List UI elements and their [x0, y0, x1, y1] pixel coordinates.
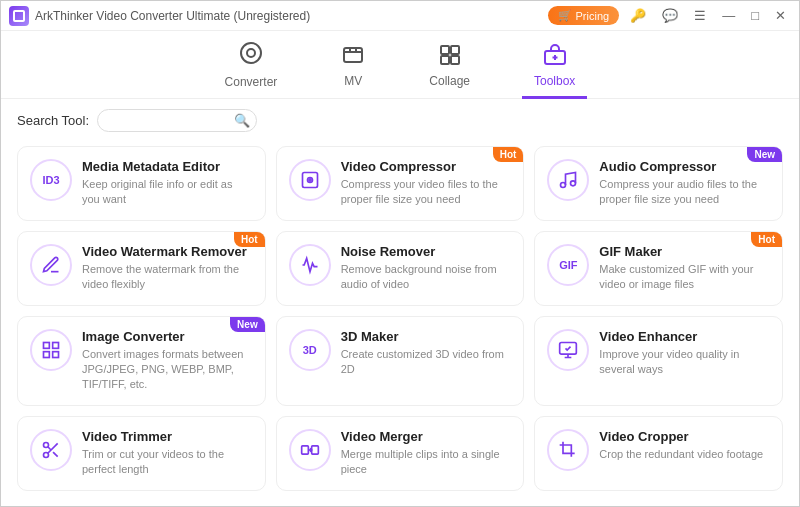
- pricing-label: Pricing: [576, 10, 610, 22]
- tool-info-video-cropper: Video Cropper Crop the redundant video f…: [599, 429, 770, 462]
- tool-title-gif-maker: GIF Maker: [599, 244, 770, 259]
- mv-icon: [341, 43, 365, 70]
- tool-title-video-cropper: Video Cropper: [599, 429, 770, 444]
- tool-icon-video-compressor: [289, 159, 331, 201]
- svg-point-0: [241, 43, 261, 63]
- tool-info-3d-maker: 3D Maker Create customized 3D video from…: [341, 329, 512, 378]
- svg-rect-17: [44, 351, 50, 357]
- tool-desc-video-compressor: Compress your video files to the proper …: [341, 177, 512, 208]
- tool-info-video-watermark-remover: Video Watermark Remover Remove the water…: [82, 244, 253, 293]
- tool-icon-noise-remover: [289, 244, 331, 286]
- tool-card-3d-maker[interactable]: 3D 3D Maker Create customized 3D video f…: [276, 316, 525, 406]
- tool-icon-3d-maker: 3D: [289, 329, 331, 371]
- nav-item-converter[interactable]: Converter: [213, 37, 290, 100]
- svg-line-22: [53, 452, 58, 457]
- svg-line-23: [48, 447, 51, 450]
- collage-label: Collage: [429, 74, 470, 88]
- pricing-button[interactable]: 🛒 Pricing: [548, 6, 620, 25]
- nav-item-mv[interactable]: MV: [329, 39, 377, 99]
- tool-icon-video-enhancer: [547, 329, 589, 371]
- cart-icon: 🛒: [558, 9, 572, 22]
- tool-info-video-enhancer: Video Enhancer Improve your video qualit…: [599, 329, 770, 378]
- svg-point-20: [44, 452, 49, 457]
- title-bar: ArkThinker Video Converter Ultimate (Unr…: [1, 1, 799, 31]
- tool-card-noise-remover[interactable]: Noise Remover Remove background noise fr…: [276, 231, 525, 306]
- tool-card-video-merger[interactable]: Video Merger Merge multiple clips into a…: [276, 416, 525, 491]
- tool-desc-video-enhancer: Improve your video quality in several wa…: [599, 347, 770, 378]
- tool-card-image-converter[interactable]: New Image Converter Convert images forma…: [17, 316, 266, 406]
- tool-title-video-enhancer: Video Enhancer: [599, 329, 770, 344]
- tool-info-audio-compressor: Audio Compressor Compress your audio fil…: [599, 159, 770, 208]
- svg-rect-15: [53, 342, 59, 348]
- tool-desc-video-watermark-remover: Remove the watermark from the video flex…: [82, 262, 253, 293]
- tool-card-video-enhancer[interactable]: Video Enhancer Improve your video qualit…: [534, 316, 783, 406]
- tool-card-video-compressor[interactable]: Hot Video Compressor Compress your video…: [276, 146, 525, 221]
- key-button[interactable]: 🔑: [625, 6, 651, 25]
- tool-icon-media-metadata-editor: ID3: [30, 159, 72, 201]
- tool-info-image-converter: Image Converter Convert images formats b…: [82, 329, 253, 393]
- tool-title-video-merger: Video Merger: [341, 429, 512, 444]
- app-logo: [9, 6, 29, 26]
- tool-card-media-metadata-editor[interactable]: ID3 Media Metadata Editor Keep original …: [17, 146, 266, 221]
- menu-button[interactable]: ☰: [689, 6, 711, 25]
- tool-info-media-metadata-editor: Media Metadata Editor Keep original file…: [82, 159, 253, 208]
- tool-icon-gif-maker: GIF: [547, 244, 589, 286]
- tool-info-video-merger: Video Merger Merge multiple clips into a…: [341, 429, 512, 478]
- collage-icon: [438, 43, 462, 70]
- app-title: ArkThinker Video Converter Ultimate (Unr…: [35, 9, 310, 23]
- search-bar: Search Tool: 🔍: [1, 99, 799, 142]
- title-bar-left: ArkThinker Video Converter Ultimate (Unr…: [9, 6, 310, 26]
- tool-badge-gif-maker: Hot: [751, 232, 782, 247]
- close-button[interactable]: ✕: [770, 6, 791, 25]
- tool-grid: ID3 Media Metadata Editor Keep original …: [17, 142, 783, 495]
- tool-desc-gif-maker: Make customized GIF with your video or i…: [599, 262, 770, 293]
- tool-desc-video-trimmer: Trim or cut your videos to the perfect l…: [82, 447, 253, 478]
- tool-icon-video-trimmer: [30, 429, 72, 471]
- svg-point-1: [247, 49, 255, 57]
- tool-card-video-trimmer[interactable]: Video Trimmer Trim or cut your videos to…: [17, 416, 266, 491]
- tool-icon-audio-compressor: [547, 159, 589, 201]
- svg-rect-2: [344, 48, 362, 62]
- tool-title-image-converter: Image Converter: [82, 329, 253, 344]
- tool-badge-audio-compressor: New: [747, 147, 782, 162]
- tool-info-video-compressor: Video Compressor Compress your video fil…: [341, 159, 512, 208]
- tool-card-video-cropper[interactable]: Video Cropper Crop the redundant video f…: [534, 416, 783, 491]
- tool-card-video-watermark-remover[interactable]: Hot Video Watermark Remover Remove the w…: [17, 231, 266, 306]
- chat-button[interactable]: 💬: [657, 6, 683, 25]
- search-icon: 🔍: [234, 113, 250, 128]
- svg-point-12: [561, 183, 566, 188]
- svg-rect-24: [301, 446, 308, 454]
- tool-badge-video-compressor: Hot: [493, 147, 524, 162]
- tool-desc-audio-compressor: Compress your audio files to the proper …: [599, 177, 770, 208]
- nav-item-collage[interactable]: Collage: [417, 39, 482, 99]
- tool-title-video-watermark-remover: Video Watermark Remover: [82, 244, 253, 259]
- search-input[interactable]: [108, 114, 228, 128]
- tool-badge-video-watermark-remover: Hot: [234, 232, 265, 247]
- tool-icon-video-cropper: [547, 429, 589, 471]
- toolbox-icon: [543, 43, 567, 70]
- nav-bar: Converter MV Collage: [1, 31, 799, 99]
- mv-label: MV: [344, 74, 362, 88]
- svg-rect-3: [441, 46, 449, 54]
- main-content: ID3 Media Metadata Editor Keep original …: [1, 142, 799, 505]
- svg-rect-6: [451, 56, 459, 64]
- tool-icon-image-converter: [30, 329, 72, 371]
- tool-desc-video-merger: Merge multiple clips into a single piece: [341, 447, 512, 478]
- tool-info-gif-maker: GIF Maker Make customized GIF with your …: [599, 244, 770, 293]
- nav-item-toolbox[interactable]: Toolbox: [522, 39, 587, 99]
- tool-desc-media-metadata-editor: Keep original file info or edit as you w…: [82, 177, 253, 208]
- svg-rect-4: [451, 46, 459, 54]
- tool-title-media-metadata-editor: Media Metadata Editor: [82, 159, 253, 174]
- tool-title-audio-compressor: Audio Compressor: [599, 159, 770, 174]
- minimize-button[interactable]: —: [717, 6, 740, 25]
- tool-badge-image-converter: New: [230, 317, 265, 332]
- tool-card-audio-compressor[interactable]: New Audio Compressor Compress your audio…: [534, 146, 783, 221]
- svg-rect-14: [44, 342, 50, 348]
- converter-icon: [239, 41, 263, 71]
- search-input-wrap: 🔍: [97, 109, 257, 132]
- tool-card-gif-maker[interactable]: Hot GIF GIF Maker Make customized GIF wi…: [534, 231, 783, 306]
- maximize-button[interactable]: □: [746, 6, 764, 25]
- converter-label: Converter: [225, 75, 278, 89]
- tool-desc-3d-maker: Create customized 3D video from 2D: [341, 347, 512, 378]
- svg-rect-5: [441, 56, 449, 64]
